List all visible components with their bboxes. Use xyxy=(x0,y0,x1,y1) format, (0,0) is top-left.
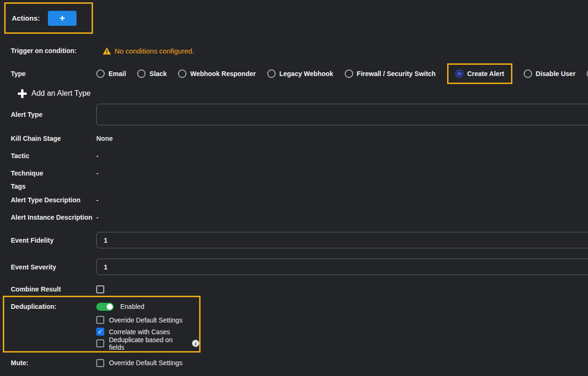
mute-row: Mute: Override Default Settings xyxy=(0,359,588,367)
combine-result-row: Combine Result xyxy=(0,285,588,293)
event-severity-label: Event Severity xyxy=(11,263,96,271)
trigger-warning: No conditions configured. xyxy=(102,47,194,55)
radio-webhook-responder[interactable]: Webhook Responder xyxy=(178,69,256,78)
radio-circle-icon xyxy=(178,69,186,78)
mute-checkbox-label: Override Default Settings xyxy=(109,359,182,367)
tactic-value: - xyxy=(96,152,99,160)
add-action-button[interactable]: + xyxy=(48,11,77,26)
actions-label: Actions: xyxy=(12,14,40,22)
correlate-with-cases-row: Correlate with Cases xyxy=(96,328,199,336)
trigger-condition-label: Trigger on condition: xyxy=(11,47,96,54)
radio-circle-icon xyxy=(267,69,276,78)
warning-triangle-icon xyxy=(102,47,111,55)
plus-icon: + xyxy=(60,14,65,23)
radio-circle-icon xyxy=(524,69,532,78)
radio-circle-icon xyxy=(137,69,146,78)
type-label: Type xyxy=(11,70,96,77)
override-default-settings-row: Override Default Settings xyxy=(96,316,199,324)
trigger-condition-row: Trigger on condition: No conditions conf… xyxy=(0,46,588,55)
add-alert-type-label: Add an Alert Type xyxy=(31,89,91,98)
event-fidelity-label: Event Fidelity xyxy=(11,237,96,244)
radio-slack[interactable]: Slack xyxy=(137,69,167,78)
mute-label: Mute: xyxy=(11,359,96,367)
radio-email[interactable]: Email xyxy=(96,69,126,78)
combine-result-checkbox[interactable] xyxy=(96,285,104,293)
alert-instance-description-value: - xyxy=(96,214,99,221)
event-fidelity-input[interactable] xyxy=(96,232,588,248)
create-alert-highlight-box: Create Alert xyxy=(447,63,512,84)
kill-chain-stage-row: Kill Chain Stage None xyxy=(0,134,588,143)
info-icon[interactable]: i xyxy=(192,340,199,347)
deduplication-highlight-box: Deduplication: Enabled Override Default … xyxy=(3,296,201,353)
actions-section: Actions: + xyxy=(0,2,588,34)
radio-create-alert[interactable]: Create Alert xyxy=(455,69,504,78)
event-fidelity-row: Event Fidelity xyxy=(0,232,588,248)
radio-legacy-webhook[interactable]: Legacy Webhook xyxy=(267,69,333,78)
combine-result-label: Combine Result xyxy=(11,285,96,293)
override-default-settings-checkbox[interactable] xyxy=(96,316,104,324)
deduplication-toggle-row: Enabled xyxy=(96,302,199,311)
plus-icon xyxy=(18,89,27,98)
technique-row: Technique - xyxy=(0,169,588,177)
alert-type-description-label: Alert Type Description xyxy=(11,196,96,204)
kill-chain-stage-label: Kill Chain Stage xyxy=(11,135,96,142)
tactic-label: Tactic xyxy=(11,152,96,160)
tactic-row: Tactic - xyxy=(0,152,588,160)
radio-firewall-security-switch[interactable]: Firewall / Security Switch xyxy=(345,69,436,78)
correlate-with-cases-checkbox[interactable] xyxy=(96,328,104,336)
actions-highlight-box: Actions: + xyxy=(4,2,93,34)
alert-instance-description-label: Alert Instance Description xyxy=(11,214,96,221)
event-severity-input[interactable] xyxy=(96,259,588,275)
kill-chain-stage-value: None xyxy=(96,135,113,142)
alert-type-description-value: - xyxy=(96,196,99,204)
event-severity-row: Event Severity xyxy=(0,259,588,275)
add-alert-type-link[interactable]: Add an Alert Type xyxy=(0,87,588,100)
deduplication-toggle[interactable] xyxy=(96,303,114,311)
alert-instance-description-row: Alert Instance Description - xyxy=(0,213,588,222)
tags-label: Tags xyxy=(11,183,96,190)
alert-type-radio-group: Email Slack Webhook Responder Legacy Web… xyxy=(96,63,588,84)
radio-disable-user[interactable]: Disable User xyxy=(524,69,576,78)
technique-label: Technique xyxy=(11,169,96,177)
tags-row: Tags xyxy=(0,182,588,191)
alert-type-description-row: Alert Type Description - xyxy=(0,196,588,204)
trigger-warning-text: No conditions configured. xyxy=(115,47,194,55)
radio-circle-icon xyxy=(345,69,353,78)
radio-selected-icon xyxy=(455,69,464,78)
alert-type-input[interactable] xyxy=(96,104,588,125)
technique-value: - xyxy=(96,169,99,177)
mute-override-checkbox[interactable] xyxy=(96,359,104,367)
alert-type-label: Alert Type xyxy=(11,111,96,118)
deduplicate-based-on-fields-checkbox[interactable] xyxy=(96,339,104,347)
deduplicate-based-on-fields-row: Deduplicate based on fields i xyxy=(96,339,199,347)
deduplication-label: Deduplication: xyxy=(11,302,96,347)
alert-type-row: Alert Type xyxy=(0,104,588,125)
toggle-knob-icon xyxy=(107,304,113,310)
deduplication-controls: Enabled Override Default Settings Correl… xyxy=(96,302,199,347)
type-row: Type Email Slack Webhook Responder Legac… xyxy=(0,63,588,84)
deduplication-toggle-label: Enabled xyxy=(120,303,144,310)
radio-circle-icon xyxy=(96,69,105,78)
